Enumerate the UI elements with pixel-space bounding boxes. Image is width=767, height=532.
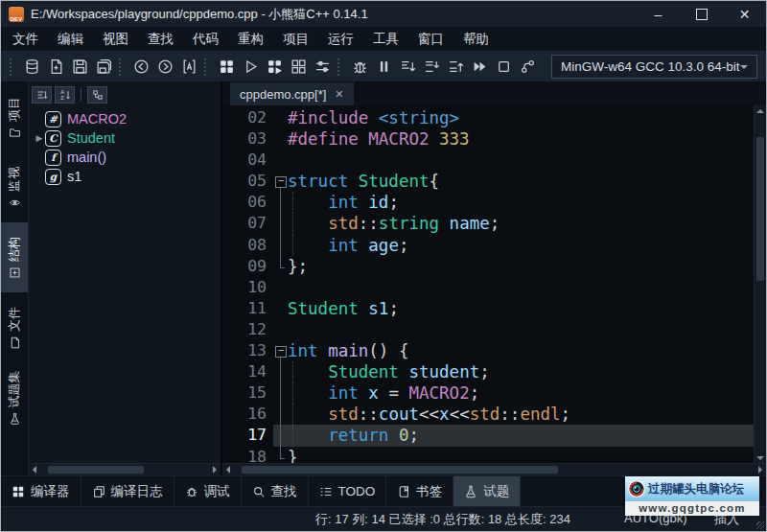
compile-button[interactable] xyxy=(216,56,239,79)
redo-icon xyxy=(157,58,174,75)
tree-item-label: Student xyxy=(67,130,115,146)
menu-item[interactable]: 文件 xyxy=(3,28,48,51)
tab-close-icon[interactable]: ✕ xyxy=(335,88,343,101)
step-into-button[interactable] xyxy=(421,56,444,79)
stop-button[interactable] xyxy=(493,56,516,79)
code-area[interactable]: 02#include <string>03#define MACRO2 3330… xyxy=(222,105,754,463)
menu-item[interactable]: 窗口 xyxy=(408,28,453,51)
editor-hscrollbar[interactable] xyxy=(222,463,766,475)
file-icon xyxy=(9,336,21,349)
menu-item[interactable]: 运行 xyxy=(318,28,363,51)
new-file-button[interactable] xyxy=(45,56,68,79)
scroll-up-icon[interactable] xyxy=(755,105,766,116)
bottom-tab[interactable]: 试题 xyxy=(453,476,521,506)
structure-tree[interactable]: #MACRO2▶CStudentfmain()gs1 xyxy=(29,104,221,463)
watermark: 过期罐头电脑论坛 www.gqgtpc.com xyxy=(625,476,759,516)
sort-lines-icon xyxy=(36,89,48,101)
bug-icon xyxy=(185,485,198,498)
tree-item[interactable]: #MACRO2 xyxy=(29,109,221,128)
tree-item-label: main() xyxy=(67,150,106,165)
line-number: 07 xyxy=(222,213,273,234)
menu-item[interactable]: 编辑 xyxy=(48,28,93,51)
scroll-down-icon[interactable] xyxy=(755,452,766,463)
menu-item[interactable]: 视图 xyxy=(93,28,138,51)
save-all-button[interactable] xyxy=(93,56,116,79)
scroll-thumb[interactable] xyxy=(48,466,144,474)
run-button[interactable] xyxy=(240,56,263,79)
menu-item[interactable]: 项目 xyxy=(273,28,318,51)
scroll-right-icon[interactable] xyxy=(755,464,766,475)
fold-toggle[interactable]: − xyxy=(273,340,288,361)
bottom-tab[interactable]: 编译日志 xyxy=(81,476,174,506)
tree-item[interactable]: fmain() xyxy=(29,148,221,167)
sidebar-tab-label: 监视 xyxy=(6,167,23,192)
code-line: 12 xyxy=(222,319,754,340)
sidebar-tab-label: 结构 xyxy=(6,237,23,262)
scroll-left-icon[interactable] xyxy=(222,464,234,475)
fold-toggle[interactable]: − xyxy=(273,171,288,192)
menu-item[interactable]: 工具 xyxy=(363,28,408,51)
menu-item[interactable]: 帮助 xyxy=(453,28,499,51)
menu-item[interactable]: 查找 xyxy=(138,28,183,51)
bottom-tab[interactable]: 调试 xyxy=(174,476,242,506)
sidebar-tab[interactable]: 试题集 xyxy=(1,362,28,432)
scroll-right-icon[interactable] xyxy=(209,464,221,475)
scroll-left-icon[interactable] xyxy=(29,464,40,475)
symbol-kind-icon: f xyxy=(45,150,61,166)
code-line: 14 Student student; xyxy=(222,361,754,382)
compiler-set-select[interactable]: MinGW-w64 GCC 10.3.0 64-bit Debug xyxy=(551,55,757,79)
save-button[interactable] xyxy=(69,56,92,79)
sort-az-button[interactable]: AZ xyxy=(55,86,75,104)
editor-tab[interactable]: cppdemo.cpp[*] ✕ xyxy=(230,82,354,105)
compiler-options-button[interactable] xyxy=(312,56,335,79)
undo-button[interactable] xyxy=(130,56,153,79)
members-button[interactable] xyxy=(87,86,107,104)
pause-button[interactable] xyxy=(373,56,396,79)
bottom-tab[interactable]: 编译器 xyxy=(1,476,81,506)
sidebar-tab[interactable]: 结构 xyxy=(1,222,28,292)
step-out-button[interactable] xyxy=(445,56,468,79)
maximize-button[interactable] xyxy=(680,1,723,27)
continue-button[interactable] xyxy=(469,56,492,79)
panel-hscrollbar[interactable] xyxy=(29,463,221,475)
indent-guide xyxy=(292,235,293,256)
sort-lines-button[interactable] xyxy=(32,86,52,104)
fold-column xyxy=(273,213,288,234)
bottom-tab-label: 编译日志 xyxy=(111,483,163,500)
compile-run-button[interactable] xyxy=(264,56,287,79)
sidebar-tab[interactable]: 项目 xyxy=(1,82,28,152)
step-over-button[interactable] xyxy=(397,56,420,79)
resize-grip[interactable] xyxy=(756,521,764,529)
rebuild-button[interactable] xyxy=(288,56,311,79)
bottom-tab[interactable]: 书签 xyxy=(386,476,453,506)
tree-item[interactable]: gs1 xyxy=(29,167,221,186)
editor-vscrollbar[interactable] xyxy=(754,105,766,463)
minimize-button[interactable]: – xyxy=(637,1,680,27)
format-button[interactable] xyxy=(178,56,201,79)
code-line: 18} xyxy=(222,447,754,464)
bottom-tab[interactable]: 查找 xyxy=(242,476,309,506)
fold-column xyxy=(273,128,288,150)
cpu-button[interactable] xyxy=(517,56,540,79)
open-button[interactable] xyxy=(21,56,44,79)
close-button[interactable]: ✕ xyxy=(723,1,766,27)
tree-item[interactable]: ▶CStudent xyxy=(29,128,221,148)
fold-column xyxy=(273,298,288,319)
flask-icon xyxy=(9,412,21,425)
toolbar-grip xyxy=(204,58,210,76)
cpu-icon xyxy=(520,58,536,75)
scroll-thumb[interactable] xyxy=(242,466,558,474)
bottom-tab[interactable]: TODO xyxy=(309,476,387,506)
redo-button[interactable] xyxy=(154,56,177,79)
expander-icon[interactable]: ▶ xyxy=(34,133,45,143)
debug-button[interactable] xyxy=(349,56,372,79)
maximize-icon xyxy=(696,9,708,20)
sidebar-tab[interactable]: 监视 xyxy=(1,152,28,222)
scroll-thumb[interactable] xyxy=(756,137,764,281)
sidebar-tab[interactable]: 文件 xyxy=(1,292,28,362)
menu-item[interactable]: 重构 xyxy=(228,28,273,51)
fold-column xyxy=(273,150,288,171)
menu-item[interactable]: 代码 xyxy=(183,28,228,51)
menubar: 文件编辑视图查找代码重构项目运行工具窗口帮助 xyxy=(1,27,766,52)
editor-tab-label: cppdemo.cpp[*] xyxy=(240,87,326,102)
